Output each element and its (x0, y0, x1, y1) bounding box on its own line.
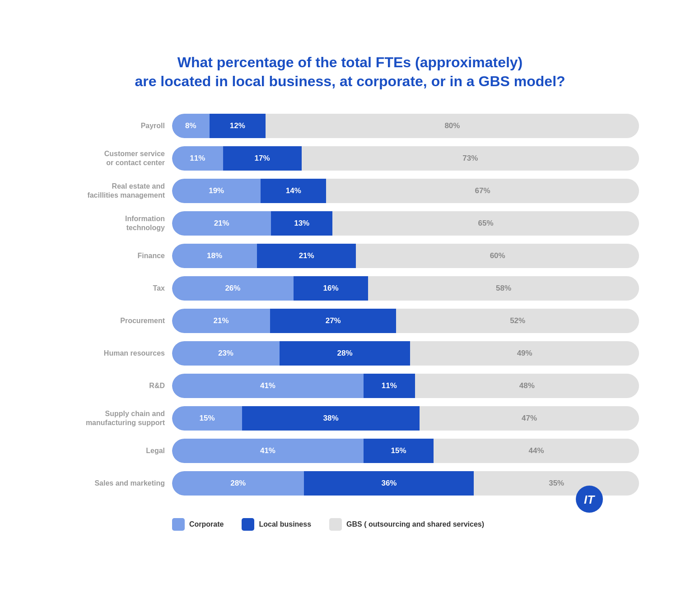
chart-title: What percentage of the total FTEs (appro… (61, 53, 639, 91)
bar-local: 16% (294, 276, 368, 301)
gbs-label: GBS ( outsourcing and shared services) (346, 520, 484, 528)
chart-row: Informationtechnology21%13%65% (61, 211, 639, 236)
bars-container: 21%13%65% (172, 211, 639, 236)
bar-gbs: 60% (356, 244, 639, 268)
bars-container: 21%27%52% (172, 309, 639, 333)
bar-local: 17% (223, 146, 302, 171)
corporate-swatch (172, 518, 185, 531)
bar-gbs: 67% (326, 179, 639, 203)
bar-local: 28% (280, 341, 411, 366)
legend: Corporate Local business GBS ( outsourci… (61, 518, 639, 531)
bars-container: 26%16%58% (172, 276, 639, 301)
chart-row: Tax26%16%58% (61, 276, 639, 301)
bar-gbs: 73% (302, 146, 639, 171)
bar-local: 38% (242, 406, 420, 431)
chart-area: Payroll8%12%80%Customer serviceor contac… (61, 114, 639, 496)
bar-corporate: 26% (172, 276, 294, 301)
bars-container: 15%38%47% (172, 406, 639, 431)
bars-container: 41%11%48% (172, 374, 639, 398)
row-label: Supply chain andmanufacturing support (61, 409, 165, 426)
row-label: Sales and marketing (61, 479, 165, 487)
bar-gbs: 80% (266, 114, 639, 138)
row-label: R&D (61, 381, 165, 390)
chart-row: Finance18%21%60% (61, 244, 639, 268)
chart-row: Sales and marketing28%36%35% (61, 471, 639, 496)
bar-corporate: 41% (172, 439, 364, 463)
bar-gbs: 49% (410, 341, 639, 366)
bars-container: 41%15%44% (172, 439, 639, 463)
bar-local: 36% (304, 471, 474, 496)
bar-local: 12% (210, 114, 266, 138)
bar-corporate: 15% (172, 406, 242, 431)
chart-row: Procurement21%27%52% (61, 309, 639, 333)
row-label: Payroll (61, 121, 165, 130)
row-label: Customer serviceor contact center (61, 149, 165, 167)
bar-corporate: 21% (172, 211, 271, 236)
bar-local: 14% (261, 179, 326, 203)
company-logo: IT (576, 486, 603, 513)
bar-corporate: 41% (172, 374, 364, 398)
bar-corporate: 28% (172, 471, 304, 496)
chart-row: Legal41%15%44% (61, 439, 639, 463)
bar-corporate: 19% (172, 179, 261, 203)
bars-container: 23%28%49% (172, 341, 639, 366)
row-label: Human resources (61, 349, 165, 357)
local-label: Local business (259, 520, 311, 528)
legend-corporate: Corporate (172, 518, 224, 531)
row-label: Procurement (61, 316, 165, 325)
bar-corporate: 21% (172, 309, 270, 333)
corporate-label: Corporate (189, 520, 224, 528)
bar-corporate: 23% (172, 341, 280, 366)
bar-gbs: 44% (434, 439, 639, 463)
chart-row: Payroll8%12%80% (61, 114, 639, 138)
bar-gbs: 65% (332, 211, 639, 236)
chart-row: Real estate andfacillities management19%… (61, 179, 639, 203)
bars-container: 28%36%35% (172, 471, 639, 496)
chart-row: Supply chain andmanufacturing support15%… (61, 406, 639, 431)
bar-gbs: 48% (415, 374, 639, 398)
bar-local: 15% (364, 439, 434, 463)
gbs-swatch (329, 518, 342, 531)
row-label: Finance (61, 251, 165, 260)
bar-local: 11% (364, 374, 415, 398)
bar-corporate: 8% (172, 114, 210, 138)
svg-text:IT: IT (584, 493, 595, 506)
bar-gbs: 58% (368, 276, 639, 301)
bars-container: 18%21%60% (172, 244, 639, 268)
bars-container: 11%17%73% (172, 146, 639, 171)
bar-local: 21% (257, 244, 356, 268)
bars-container: 8%12%80% (172, 114, 639, 138)
bar-corporate: 18% (172, 244, 257, 268)
chart-row: Customer serviceor contact center11%17%7… (61, 146, 639, 171)
bar-gbs: 52% (396, 309, 639, 333)
main-container: What percentage of the total FTEs (appro… (34, 35, 666, 557)
bars-container: 19%14%67% (172, 179, 639, 203)
local-swatch (242, 518, 254, 531)
bar-local: 13% (271, 211, 332, 236)
row-label: Real estate andfacillities management (61, 182, 165, 199)
row-label: Tax (61, 284, 165, 292)
chart-row: Human resources23%28%49% (61, 341, 639, 366)
legend-gbs: GBS ( outsourcing and shared services) (329, 518, 484, 531)
row-label: Legal (61, 446, 165, 455)
bar-gbs: 35% (474, 471, 639, 496)
legend-local: Local business (242, 518, 311, 531)
chart-wrapper: Payroll8%12%80%Customer serviceor contac… (61, 114, 639, 531)
chart-row: R&D41%11%48% (61, 374, 639, 398)
row-label: Informationtechnology (61, 214, 165, 232)
bar-local: 27% (270, 309, 396, 333)
bar-corporate: 11% (172, 146, 223, 171)
bar-gbs: 47% (420, 406, 639, 431)
